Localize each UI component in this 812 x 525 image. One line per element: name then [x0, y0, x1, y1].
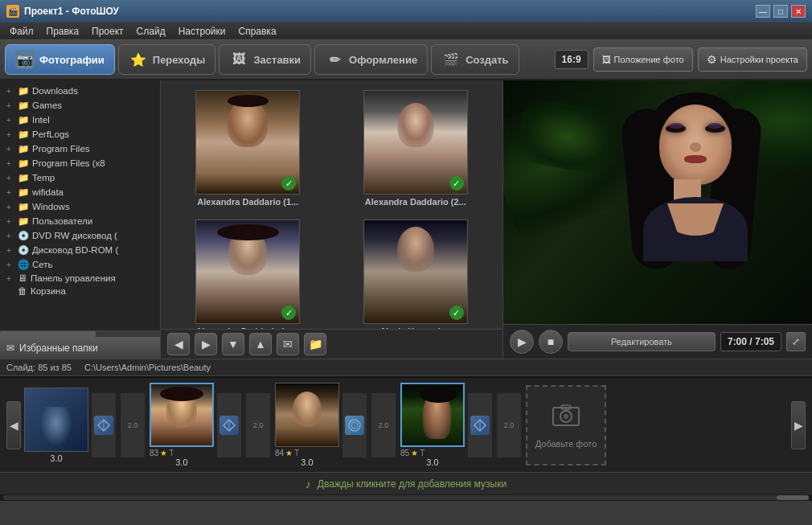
folder-icon: 📁	[18, 172, 29, 183]
photo-item-1[interactable]: ✓ Alexandra Daddario (1...	[167, 87, 329, 210]
timeline-slide-83[interactable]: 83 ★ T 3.0	[150, 383, 214, 467]
preview-background	[503, 80, 812, 324]
menu-file[interactable]: Файл	[3, 24, 40, 39]
photo-label-1: Alexandra Daddario (1...	[197, 197, 298, 207]
menu-edit[interactable]: Правка	[40, 24, 86, 39]
timeline-slide-84[interactable]: 84 ★ T 3.0	[275, 383, 339, 467]
photo-item-4[interactable]: ✓ Alexis Knapp.jpg	[335, 216, 497, 329]
preview-image	[503, 80, 812, 324]
tree-item-windows[interactable]: + 📁 Windows	[3, 199, 157, 214]
timeline-nav-left[interactable]: ◀	[6, 401, 21, 449]
slide-t-84: T	[294, 449, 299, 457]
expand-icon: +	[6, 145, 14, 154]
expand-icon: +	[6, 159, 14, 168]
scroll-track	[3, 495, 809, 500]
slide-duration-84: 3.0	[301, 457, 313, 467]
timeline-scroll-area[interactable]: ◀ 3.0 2.0	[0, 378, 812, 472]
window-controls: — □ ✕	[756, 5, 806, 18]
folder-icon: 📁	[18, 201, 29, 212]
photo-thumb-2: ✓	[363, 90, 468, 195]
tab-screensavers[interactable]: 🖼 Заставки	[219, 44, 311, 75]
menu-slide[interactable]: Слайд	[130, 24, 172, 39]
folder-icon: 📁	[18, 100, 29, 111]
slide-num-85: 85	[400, 449, 409, 457]
folder-icon: 📁	[18, 85, 29, 96]
timeline-slide-85[interactable]: 85 ★ T 3.0	[400, 383, 465, 467]
favorites-icon: ✉	[6, 342, 14, 354]
stop-button[interactable]: ■	[539, 330, 563, 354]
transition-2[interactable]	[217, 393, 241, 457]
tree-item-programfilesx86[interactable]: + 📁 Program Files (x8	[3, 156, 157, 170]
tab-create[interactable]: 🎬 Создать	[431, 44, 519, 75]
tree-item-perflogs[interactable]: + 📁 PerfLogs	[3, 127, 157, 142]
tree-item-trash[interactable]: 🗑 Корзина	[3, 285, 157, 297]
folder-icon: 📁	[18, 187, 29, 198]
tree-label-games: Games	[32, 100, 62, 110]
photo-item-2[interactable]: ✓ Alexandra Daddario (2...	[335, 87, 497, 210]
slide-t-85: T	[420, 449, 424, 457]
menu-settings[interactable]: Настройки	[172, 24, 232, 39]
slide-info-85: 85 ★ T	[400, 449, 465, 457]
slide-duration-85: 3.0	[426, 457, 438, 467]
tree-item-dvd[interactable]: + 💿 DVD RW дисковод (	[3, 228, 157, 243]
play-button[interactable]: ▶	[510, 330, 534, 354]
music-bar[interactable]: ♪ Дважды кликните для добавления музыки	[0, 472, 812, 494]
timeline-slide-1[interactable]: 3.0	[24, 388, 88, 463]
favorites-button[interactable]: ✉ Избранные папки	[0, 337, 160, 359]
envelope-button[interactable]: ✉	[277, 333, 299, 355]
tree-item-bdrom[interactable]: + 💿 Дисковод BD-ROM (	[3, 243, 157, 257]
transition-3[interactable]	[342, 393, 367, 457]
maximize-button[interactable]: □	[773, 5, 788, 18]
edit-button[interactable]: Редактировать	[568, 332, 716, 351]
photo-grid[interactable]: ✓ Alexandra Daddario (1... ✓ Alexandra D…	[161, 80, 502, 329]
tree-label-bdrom: Дисковод BD-ROM (	[32, 245, 118, 255]
nav-back-button[interactable]: ◀	[167, 333, 190, 355]
grid-toolbar: ◀ ▶ ▼ ▲ ✉ 📁	[161, 329, 502, 359]
transition-1[interactable]	[92, 393, 116, 457]
tree-item-intel[interactable]: + 📁 Intel	[3, 113, 157, 127]
tree-item-temp[interactable]: + 📁 Temp	[3, 170, 157, 185]
expand-icon: +	[6, 188, 14, 197]
tree-label-downloads: Downloads	[32, 86, 78, 96]
tree-item-games[interactable]: + 📁 Games	[3, 98, 157, 113]
tab-design[interactable]: ✏ Оформление	[314, 44, 428, 75]
photo-position-button[interactable]: 🖼 Положение фото	[593, 47, 693, 72]
tree-item-downloads[interactable]: + 📁 Downloads	[3, 84, 157, 98]
tree-scrollbar[interactable]	[0, 330, 160, 337]
nav-forward-button[interactable]: ▶	[195, 333, 217, 355]
fullscreen-button[interactable]: ⤢	[786, 332, 806, 351]
music-text: Дважды кликните для добавления музыки	[318, 478, 506, 490]
menu-help[interactable]: Справка	[232, 24, 282, 39]
tab-photos-label: Фотографии	[39, 54, 105, 66]
transition-4[interactable]	[468, 393, 492, 457]
close-button[interactable]: ✕	[791, 5, 806, 18]
minimize-button[interactable]: —	[756, 5, 770, 18]
design-tab-icon: ✏	[325, 50, 344, 69]
timeline-nav-right[interactable]: ▶	[791, 401, 806, 449]
move-down-button[interactable]: ▼	[222, 333, 244, 355]
add-photo-slot[interactable]: Добавьте фото	[526, 385, 606, 466]
add-photo-icon	[552, 401, 580, 436]
bottom-scrollbar[interactable]	[0, 494, 812, 501]
menu-project[interactable]: Проект	[85, 24, 130, 39]
slide-thumb-83	[150, 383, 214, 447]
transition-icon-2	[219, 416, 239, 435]
project-settings-button[interactable]: ⚙ Настройки проекта	[698, 47, 807, 72]
tab-transitions[interactable]: ⭐ Переходы	[118, 44, 216, 75]
folder-icon: 📁	[18, 143, 29, 154]
tree-item-programfiles[interactable]: + 📁 Program Files	[3, 142, 157, 156]
tree-item-controlpanel[interactable]: + 🖥 Панель управления	[3, 272, 157, 285]
tree-item-users[interactable]: + 📁 Пользователи	[3, 214, 157, 228]
folder-icon: 📁	[18, 129, 29, 140]
screensavers-tab-icon: 🖼	[229, 50, 248, 69]
photo-item-3[interactable]: ✓ Alexandra Daddario.jpeg	[167, 216, 329, 329]
tree-item-network[interactable]: + 🌐 Сеть	[3, 257, 157, 272]
move-up-button[interactable]: ▲	[249, 333, 272, 355]
folder-action-button[interactable]: 📁	[304, 333, 326, 355]
tab-photos[interactable]: 📷 Фотографии	[5, 44, 115, 75]
file-tree-content[interactable]: + 📁 Downloads + 📁 Games + 📁 Intel + 📁 Pe…	[0, 80, 160, 330]
add-photo-label: Добавьте фото	[535, 439, 597, 449]
status-bar: Слайд: 85 из 85 C:\Users\Admin\Pictures\…	[0, 359, 812, 376]
transition-icon-4	[470, 416, 490, 435]
tree-item-wifidata[interactable]: + 📁 wifidata	[3, 185, 157, 199]
